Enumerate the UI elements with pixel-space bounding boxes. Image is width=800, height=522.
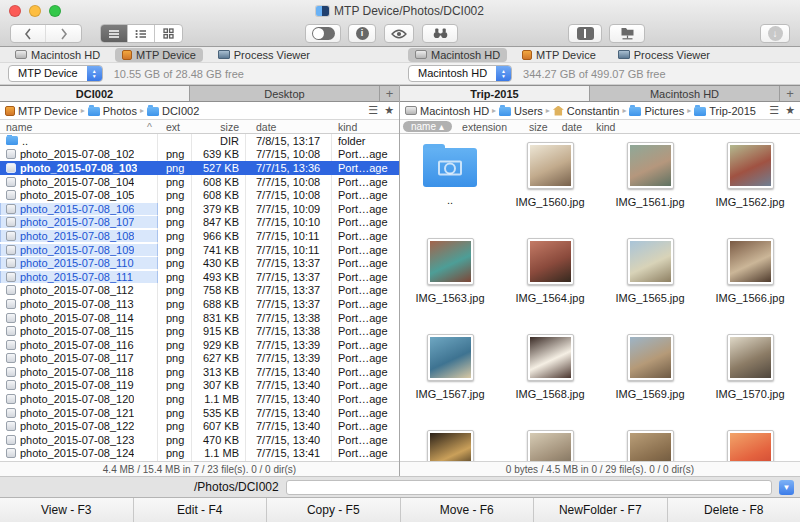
- info-button[interactable]: i: [348, 24, 376, 43]
- stepper-icon[interactable]: ▲▼: [496, 66, 511, 81]
- newfolder-f7-button[interactable]: NewFolder - F7: [534, 498, 668, 522]
- column-header-kind[interactable]: kind: [596, 121, 615, 133]
- grid-item[interactable]: IMG_1560.jpg: [500, 142, 600, 238]
- file-row[interactable]: photo_2015-07-08_113 png 688 KB 7/7/15, …: [0, 297, 399, 311]
- tab-macintosh-hd[interactable]: Macintosh HD: [590, 86, 780, 101]
- file-row[interactable]: photo_2015-07-08_123 png 470 KB 7/7/15, …: [0, 433, 399, 447]
- zoom-button[interactable]: [49, 5, 61, 17]
- new-tab-button[interactable]: +: [380, 86, 399, 101]
- column-header-ext[interactable]: ext: [158, 121, 192, 133]
- back-button[interactable]: [11, 25, 46, 42]
- dual-panel-toggle-button[interactable]: [305, 24, 341, 43]
- file-row[interactable]: photo_2015-07-08_120 png 1.1 MB 7/7/15, …: [0, 392, 399, 406]
- breadcrumb-users[interactable]: Users: [499, 105, 543, 117]
- tab-trip-2015[interactable]: Trip-2015: [400, 86, 590, 101]
- stepper-icon[interactable]: ▲▼: [87, 66, 102, 81]
- file-row[interactable]: photo_2015-07-08_112 png 758 KB 7/7/15, …: [0, 284, 399, 298]
- edit-f4-button[interactable]: Edit - F4: [134, 498, 268, 522]
- grid-item[interactable]: IMG_1569.jpg: [600, 334, 700, 430]
- close-button[interactable]: [9, 5, 21, 17]
- grid-item[interactable]: IMG_1563.jpg: [400, 238, 500, 334]
- breadcrumb-constantin[interactable]: Constantin: [553, 105, 620, 117]
- file-row[interactable]: photo_2015-07-08_110 png 430 KB 7/7/15, …: [0, 256, 399, 270]
- command-input[interactable]: [286, 480, 772, 495]
- move-f6-button[interactable]: Move - F6: [401, 498, 535, 522]
- grid-item[interactable]: [500, 430, 600, 461]
- file-row[interactable]: photo_2015-07-08_122 png 607 KB 7/7/15, …: [0, 419, 399, 433]
- breadcrumb-dci002[interactable]: DCI002: [147, 105, 199, 117]
- view-f3-button[interactable]: View - F3: [0, 498, 134, 522]
- delete-f8-button[interactable]: Delete - F8: [668, 498, 800, 522]
- list-view-icon[interactable]: ☰: [368, 104, 378, 117]
- breadcrumb-photos[interactable]: Photos: [88, 105, 137, 117]
- grid-item[interactable]: IMG_1566.jpg: [700, 238, 800, 334]
- grid-item[interactable]: [400, 430, 500, 461]
- column-header-size[interactable]: size: [529, 121, 548, 133]
- search-button[interactable]: [422, 24, 458, 43]
- grid-item[interactable]: IMG_1565.jpg: [600, 238, 700, 334]
- file-row[interactable]: photo_2015-07-08_119 png 307 KB 7/7/15, …: [0, 379, 399, 393]
- icon-view-button[interactable]: [155, 25, 182, 42]
- file-row[interactable]: photo_2015-07-08_109 png 741 KB 7/7/15, …: [0, 243, 399, 257]
- shortcut-macintosh-hd[interactable]: Macintosh HD: [8, 48, 107, 62]
- tab-dci002[interactable]: DCI002: [0, 86, 190, 101]
- shortcut-process-viewer[interactable]: Process Viewer: [211, 48, 317, 62]
- file-row[interactable]: photo_2015-07-08_106 png 379 KB 7/7/15, …: [0, 202, 399, 216]
- file-row[interactable]: photo_2015-07-08_124 png 1.1 MB 7/7/15, …: [0, 447, 399, 461]
- preview-button[interactable]: [384, 24, 414, 43]
- file-row[interactable]: photo_2015-07-08_111 png 493 KB 7/7/15, …: [0, 270, 399, 284]
- grid-item[interactable]: IMG_1567.jpg: [400, 334, 500, 430]
- shortcut-process-viewer[interactable]: Process Viewer: [611, 48, 717, 62]
- grid-item[interactable]: [700, 430, 800, 461]
- favorite-star-icon[interactable]: ★: [785, 104, 795, 117]
- column-header-kind[interactable]: kind: [332, 121, 399, 133]
- breadcrumb-mtp-device[interactable]: MTP Device: [5, 105, 78, 117]
- network-connect-button[interactable]: [609, 24, 645, 43]
- drive-select-left[interactable]: MTP Device ▲▼: [8, 65, 103, 82]
- shortcut-macintosh-hd[interactable]: Macintosh HD: [408, 48, 507, 62]
- copy-f5-button[interactable]: Copy - F5: [267, 498, 401, 522]
- forward-button[interactable]: [46, 25, 81, 42]
- file-row[interactable]: photo_2015-07-08_102 png 639 KB 7/7/15, …: [0, 148, 399, 162]
- minimize-button[interactable]: [29, 5, 41, 17]
- breadcrumb-trip-2015[interactable]: Trip-2015: [694, 105, 756, 117]
- grid-item[interactable]: ..: [400, 142, 500, 238]
- new-tab-button[interactable]: +: [780, 86, 800, 101]
- column-header-extension[interactable]: extension: [462, 121, 507, 133]
- column-header-name[interactable]: name▴: [403, 121, 452, 132]
- drive-select-right[interactable]: Macintosh HD ▲▼: [408, 65, 512, 82]
- detail-view-button[interactable]: [128, 25, 155, 42]
- list-view-icon[interactable]: ☰: [769, 104, 779, 117]
- list-view-button[interactable]: [101, 25, 128, 42]
- file-row[interactable]: photo_2015-07-08_104 png 608 KB 7/7/15, …: [0, 175, 399, 189]
- grid-item[interactable]: IMG_1568.jpg: [500, 334, 600, 430]
- file-row[interactable]: photo_2015-07-08_116 png 929 KB 7/7/15, …: [0, 338, 399, 352]
- file-row[interactable]: photo_2015-07-08_118 png 313 KB 7/7/15, …: [0, 365, 399, 379]
- file-row[interactable]: photo_2015-07-08_114 png 831 KB 7/7/15, …: [0, 311, 399, 325]
- grid-item[interactable]: IMG_1570.jpg: [700, 334, 800, 430]
- file-row[interactable]: photo_2015-07-08_117 png 627 KB 7/7/15, …: [0, 352, 399, 366]
- file-row[interactable]: photo_2015-07-08_108 png 966 KB 7/7/15, …: [0, 229, 399, 243]
- file-row[interactable]: photo_2015-07-08_107 png 847 KB 7/7/15, …: [0, 216, 399, 230]
- column-header-date[interactable]: date: [562, 121, 582, 133]
- favorite-star-icon[interactable]: ★: [384, 104, 394, 117]
- tab-desktop[interactable]: Desktop: [190, 86, 380, 101]
- file-row[interactable]: photo_2015-07-08_121 png 535 KB 7/7/15, …: [0, 406, 399, 420]
- grid-item[interactable]: IMG_1562.jpg: [700, 142, 800, 238]
- grid-item[interactable]: IMG_1564.jpg: [500, 238, 600, 334]
- breadcrumb-pictures[interactable]: Pictures: [629, 105, 684, 117]
- file-row[interactable]: photo_2015-07-08_105 png 608 KB 7/7/15, …: [0, 188, 399, 202]
- shortcut-mtp-device[interactable]: MTP Device: [115, 48, 203, 62]
- downloads-button[interactable]: ↓: [760, 24, 790, 43]
- grid-item[interactable]: [600, 430, 700, 461]
- file-row[interactable]: .. DIR 7/8/15, 13:17 folder: [0, 134, 399, 148]
- shortcut-mtp-device[interactable]: MTP Device: [515, 48, 603, 62]
- split-view-button[interactable]: [568, 24, 602, 43]
- column-header-name[interactable]: name ^: [0, 121, 158, 133]
- command-history-dropdown[interactable]: ▼: [779, 480, 794, 495]
- file-row[interactable]: photo_2015-07-08_103 png 527 KB 7/7/15, …: [0, 161, 399, 175]
- file-row[interactable]: photo_2015-07-08_115 png 915 KB 7/7/15, …: [0, 324, 399, 338]
- column-header-size[interactable]: size: [192, 121, 246, 133]
- grid-item[interactable]: IMG_1561.jpg: [600, 142, 700, 238]
- column-header-date[interactable]: date: [246, 121, 332, 133]
